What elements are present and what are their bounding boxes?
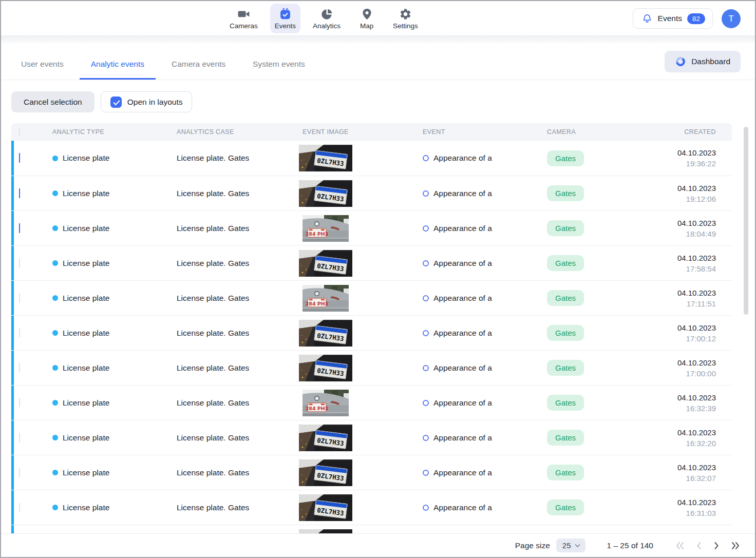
table-row[interactable]: License plate License plate. Gates 0ZL7H… bbox=[11, 350, 732, 385]
tab-user-events[interactable]: User events bbox=[10, 49, 75, 80]
analytic-type-cell: License plate bbox=[44, 398, 177, 408]
table-row[interactable]: License plate License plate. Gates 0ZL7H… bbox=[11, 490, 732, 525]
camera-cell: Gates bbox=[493, 499, 606, 515]
camera-badge[interactable]: Gates bbox=[547, 395, 584, 411]
camera-badge[interactable]: Gates bbox=[547, 430, 584, 446]
event-image-thumb[interactable]: 284 PH3 bbox=[303, 215, 349, 242]
camera-badge[interactable]: Gates bbox=[547, 220, 584, 236]
row-checkbox-cell bbox=[11, 294, 44, 303]
select-all-checkbox[interactable] bbox=[19, 128, 20, 136]
table-row[interactable]: License plate License plate. Gates 284 P… bbox=[11, 280, 732, 315]
created-date: 04.10.2023 bbox=[606, 147, 716, 158]
events-notifications-button[interactable]: Events 82 bbox=[633, 8, 713, 29]
header-analytics-case[interactable]: ANALYTICS CASE bbox=[177, 128, 282, 136]
header-event-image[interactable]: EVENT IMAGE bbox=[282, 128, 369, 136]
analytic-type-dot-icon bbox=[52, 190, 58, 196]
event-status-ring-icon bbox=[423, 470, 429, 476]
table-row[interactable]: License plate License plate. Gates 284 P… bbox=[11, 210, 732, 245]
row-checkbox[interactable] bbox=[19, 468, 20, 477]
row-checkbox[interactable] bbox=[19, 223, 20, 233]
user-avatar[interactable]: T bbox=[722, 9, 741, 28]
row-checkbox[interactable] bbox=[19, 153, 20, 163]
app-window: Cameras Events Analytics bbox=[0, 0, 756, 558]
first-page-button[interactable] bbox=[675, 541, 685, 550]
event-image-thumb[interactable]: 0ZL7H33 bbox=[299, 320, 352, 347]
row-checkbox[interactable] bbox=[19, 503, 20, 512]
table-row[interactable]: License plate License plate. Gates 0ZL7H… bbox=[11, 176, 732, 210]
table-body: License plate License plate. Gates 0ZL7H… bbox=[11, 141, 732, 533]
camera-badge[interactable]: Gates bbox=[547, 255, 584, 271]
event-image-thumb[interactable]: 0ZL7H33 bbox=[299, 494, 352, 521]
row-checkbox[interactable] bbox=[19, 433, 20, 442]
event-label: Appearance of a unre... bbox=[433, 329, 493, 338]
event-status-ring-icon bbox=[423, 260, 429, 266]
event-image-thumb[interactable]: 0ZL7H33 bbox=[299, 180, 352, 207]
created-time: 16:32:39 bbox=[606, 403, 716, 414]
camera-badge[interactable]: Gates bbox=[547, 325, 584, 341]
row-checkbox[interactable] bbox=[19, 188, 20, 198]
camera-badge[interactable]: Gates bbox=[547, 150, 584, 166]
event-status-ring-icon bbox=[423, 330, 429, 336]
row-accent-bar bbox=[11, 455, 14, 490]
tab-system-events[interactable]: System events bbox=[241, 49, 316, 80]
created-cell: 04.10.2023 17:00:12 bbox=[606, 322, 732, 344]
camera-badge[interactable]: Gates bbox=[547, 290, 584, 306]
row-checkbox[interactable] bbox=[19, 293, 20, 303]
table-row[interactable]: License plate License plate. Gates 284 P… bbox=[11, 385, 732, 420]
row-checkbox[interactable] bbox=[19, 258, 20, 268]
event-cell: Appearance of a unre... bbox=[369, 329, 493, 338]
row-checkbox[interactable] bbox=[19, 328, 20, 338]
event-image-thumb[interactable]: 0ZL7H33 bbox=[299, 459, 352, 486]
event-label: Appearance of a unre... bbox=[433, 363, 493, 373]
page-size-select[interactable]: 25 bbox=[556, 538, 585, 552]
open-in-layouts-checkbox[interactable] bbox=[110, 97, 122, 108]
analytic-type-label: License plate bbox=[63, 363, 109, 373]
camera-cell: Gates bbox=[493, 465, 606, 480]
last-page-button[interactable] bbox=[730, 541, 741, 550]
created-cell: 04.10.2023 16:31:03 bbox=[606, 497, 732, 518]
event-image-thumb[interactable]: 284 PH3 bbox=[303, 390, 349, 416]
previous-page-button[interactable] bbox=[695, 541, 703, 550]
open-in-layouts-button[interactable]: Open in layouts bbox=[101, 91, 193, 112]
tab-camera-events[interactable]: Camera events bbox=[160, 49, 237, 80]
table-row[interactable]: License plate License plate. Gates 0ZL7H… bbox=[11, 245, 732, 280]
dashboard-donut-icon bbox=[675, 56, 686, 67]
camera-badge[interactable]: Gates bbox=[547, 185, 584, 201]
camera-badge[interactable]: Gates bbox=[547, 465, 584, 480]
camera-badge[interactable]: Gates bbox=[547, 360, 584, 376]
header-analytic-type[interactable]: ANALYTIC TYPE bbox=[44, 128, 177, 136]
table-row[interactable]: License plate License plate. Gates 0ZL7H… bbox=[11, 420, 732, 455]
table-row[interactable]: License plate License plate. Gates 0ZL7H… bbox=[11, 525, 732, 533]
nav-item-events[interactable]: Events bbox=[270, 4, 300, 33]
camera-badge[interactable]: Gates bbox=[547, 499, 584, 515]
row-accent-bar bbox=[11, 351, 14, 385]
event-image-thumb[interactable]: 0ZL7H33 bbox=[299, 425, 352, 451]
event-image-thumb[interactable]: 0ZL7H33 bbox=[299, 250, 352, 277]
created-time: 17:00:12 bbox=[606, 333, 716, 344]
event-image-thumb[interactable]: 0ZL7H33 bbox=[299, 529, 352, 534]
nav-item-cameras[interactable]: Cameras bbox=[225, 4, 262, 33]
row-checkbox[interactable] bbox=[19, 363, 20, 373]
nav-item-settings[interactable]: Settings bbox=[388, 4, 423, 33]
row-checkbox-cell bbox=[11, 468, 44, 477]
dashboard-button[interactable]: Dashboard bbox=[665, 51, 741, 72]
header-camera[interactable]: CAMERA bbox=[493, 128, 606, 136]
table-row[interactable]: License plate License plate. Gates 0ZL7H… bbox=[11, 315, 732, 350]
event-image-thumb[interactable]: 284 PH3 bbox=[303, 285, 349, 312]
table-row[interactable]: License plate License plate. Gates 0ZL7H… bbox=[11, 141, 732, 176]
page-size-label: Page size bbox=[515, 541, 550, 550]
analytic-type-cell: License plate bbox=[44, 468, 177, 477]
nav-item-analytics[interactable]: Analytics bbox=[308, 4, 345, 33]
license-plate-thumbnail-bmw: 284 PH3 bbox=[303, 285, 349, 312]
header-event[interactable]: EVENT bbox=[369, 128, 493, 136]
table-row[interactable]: License plate License plate. Gates 0ZL7H… bbox=[11, 455, 732, 490]
nav-item-map[interactable]: Map bbox=[353, 4, 381, 33]
row-checkbox[interactable] bbox=[19, 398, 20, 408]
event-image-thumb[interactable]: 0ZL7H33 bbox=[299, 355, 352, 381]
tab-analytic-events[interactable]: Analytic events bbox=[80, 49, 156, 80]
next-page-button[interactable] bbox=[713, 541, 720, 550]
cancel-selection-button[interactable]: Cancel selection bbox=[11, 91, 94, 112]
vertical-scrollbar-thumb[interactable] bbox=[744, 127, 748, 315]
header-created[interactable]: CREATED bbox=[606, 128, 732, 136]
event-image-thumb[interactable]: 0ZL7H33 bbox=[299, 145, 352, 171]
